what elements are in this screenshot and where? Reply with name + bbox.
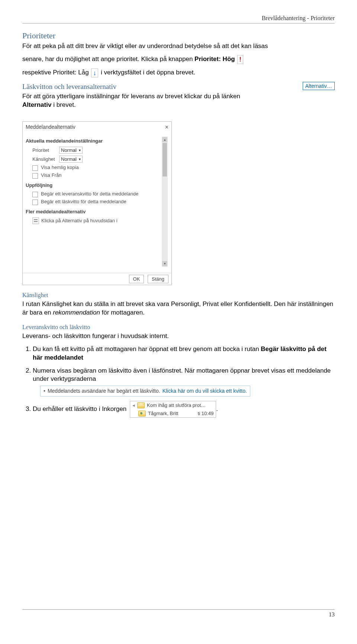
inbox-snippet: ◂ Kom ihåg att slutföra prot… Tågmark, B… [130,401,216,418]
body-paragraph: För att göra ytterligare inställningar f… [22,92,245,109]
inbox-subject: Kom ihåg att slutföra prot… [147,402,206,409]
text: För att göra ytterligare inställningar f… [22,93,240,100]
text: senare, har du möjlighet att ange priori… [22,55,194,63]
section-title-prioriteter: Prioriteter [22,31,335,41]
checkbox-bcc-label: Visa hemlig kopia [41,165,79,170]
checkbox-delivery-receipt[interactable] [32,192,38,197]
text: respektive Prioritet: Låg [22,69,89,76]
body-paragraph: För att peka på att ditt brev är viktigt… [22,42,335,51]
text: Du erhåller ett läskvitto i Inkorgen [33,405,126,412]
body-paragraph: I rutan Känslighet kan du ställa in att … [22,300,335,317]
chevron-down-icon: ▾ [79,148,81,152]
label-priority-high: Prioritet: Hög [194,55,235,63]
body-paragraph: Leverans- och läskvitton fungerar i huvu… [22,332,335,341]
envelope-icon [137,402,145,408]
subsub-sensitivity: Känslighet [22,292,335,299]
checkbox-bcc[interactable] [32,165,38,171]
priority-label: Prioritet [32,147,59,153]
checkbox-read-receipt-label: Begär ett läskvitto för detta meddelande [41,199,126,204]
close-icon[interactable]: × [165,124,168,131]
infobar-link[interactable]: Klicka här om du vill skicka ett kvitto. [163,388,247,395]
dialog-title: Meddelandealternativ [26,124,75,131]
scroll-up-icon[interactable]: ▴ [162,137,167,142]
text: Du kan få ett kvitto på att mottagaren h… [33,345,261,353]
chevron-down-icon: ▾ [79,157,81,161]
more-options-text: Klicka på Alternativ på huvudsidan i [41,218,118,223]
envelope-sealed-icon [138,411,146,417]
close-button[interactable]: Stäng [148,275,168,283]
subsub-receipts: Leveranskvitto och läskvitto [22,324,335,331]
list-item: Du erhåller ett läskvitto i Inkorgen ◂ K… [33,401,335,418]
dialog-section-more: Fler meddelandealternativ [26,209,160,214]
scrollbar[interactable]: ▴ ▾ [162,137,168,267]
priority-select[interactable]: Normal▾ [59,147,83,154]
dialog-section-current: Aktuella meddelandeinställningar [26,138,160,144]
message-options-dialog: Meddelandealternativ × Aktuella meddelan… [22,121,172,285]
subsection-laskvitton: Läskvitton och leveransalternativ [22,83,335,91]
doc-header: Brevlådehantering - Prioriteter [22,15,335,23]
sensitivity-select-value: Normal [61,156,77,162]
text: i brevet. [51,101,75,108]
body-paragraph: senare, har du möjlighet att ange priori… [22,55,335,64]
checkbox-delivery-receipt-label: Begär ett leveranskvitto för detta medde… [41,191,138,197]
sensitivity-label: Känslighet [32,156,59,162]
alternativ-link-button[interactable]: Alternativ… [303,82,335,90]
body-paragraph: respektive Prioritet: Låg ↓ i verktygsfä… [22,68,335,77]
list-item: Numera visas begäran om läskvitto även i… [33,367,335,397]
text: för mottagaren. [100,309,145,316]
flag-icon: ◂ [132,402,135,409]
emphasized-text: rekommendation [53,309,100,316]
inbox-sender: Tågmark, Britt [148,410,178,417]
priority-high-icon: ! [237,55,243,64]
scroll-down-icon[interactable]: ▾ [162,261,167,266]
inbox-time: ti 10:49 [198,410,214,417]
sensitivity-select[interactable]: Normal▾ [59,156,83,163]
bullet-icon: • [44,388,45,395]
scroll-thumb[interactable] [163,143,167,176]
list-item: Du kan få ett kvitto på att mottagaren h… [33,345,335,362]
priority-select-value: Normal [61,147,77,153]
text: För att peka på att ditt brev är viktigt… [22,42,268,50]
checkbox-read-receipt[interactable] [32,200,38,205]
checkbox-from-label: Visa Från [41,172,61,178]
list-icon [32,217,39,224]
dialog-section-followup: Uppföljning [26,182,160,188]
infobar-text: Meddelandets avsändare har begärt ett lä… [48,388,160,395]
numbered-list: Du kan få ett kvitto på att mottagaren h… [22,345,335,418]
label-alternativ: Alternativ [22,101,51,108]
page-footer: 13 [22,609,335,618]
ok-button[interactable]: OK [129,275,144,283]
checkbox-from[interactable] [32,173,38,179]
text: i verktygsfältet i det öppna brevet. [101,69,195,76]
reading-pane-infobar: • Meddelandets avsändare har begärt ett … [40,386,250,396]
text: Numera visas begäran om läskvitto även i… [33,367,331,383]
priority-low-icon: ↓ [91,68,98,77]
